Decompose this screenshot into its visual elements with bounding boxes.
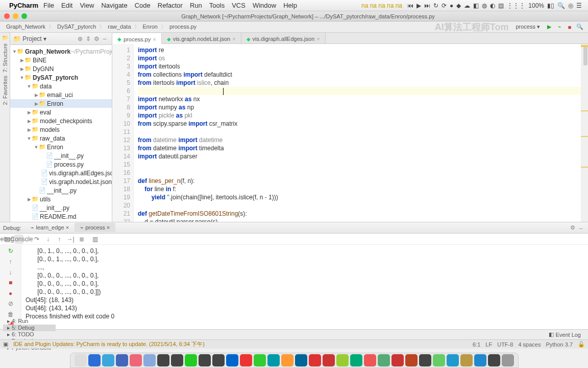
stop-button-icon[interactable]: ■	[566, 23, 574, 31]
editor-tab[interactable]: ◆vis.graph.nodeList.json×	[162, 33, 241, 43]
dock-app-13[interactable]	[254, 354, 266, 366]
tree-file[interactable]: 📄process.py	[10, 160, 112, 169]
spotlight-icon[interactable]: 🔍	[557, 2, 565, 9]
dock-app-0[interactable]	[75, 354, 87, 366]
tree-folder[interactable]: ▶📁DyGNN	[10, 64, 112, 73]
status-square-icon[interactable]: ▣	[3, 341, 8, 348]
dock-app-28[interactable]	[460, 354, 473, 366]
locate-icon[interactable]: ⊕	[76, 35, 84, 42]
step-over-icon[interactable]: ↷	[32, 235, 41, 244]
app-name[interactable]: PyCharm	[9, 2, 38, 9]
dock-app-22[interactable]	[378, 354, 390, 366]
menu-navigate[interactable]: Navigate	[101, 2, 127, 9]
tree-twisty-icon[interactable]: ▼	[19, 75, 24, 80]
breadcrumb-item[interactable]: process.py	[166, 24, 200, 30]
play-icon[interactable]: ▶	[416, 2, 421, 9]
control-center-icon[interactable]: ☰	[576, 2, 582, 9]
debug-run-tab[interactable]: ⌁ process ×	[75, 223, 115, 232]
tree-file[interactable]: 📄vis.digraph.allEdges.json	[10, 169, 112, 177]
menu-refactor[interactable]: Refactor	[158, 2, 183, 9]
dock-app-3[interactable]	[116, 354, 128, 366]
window-zoom-button[interactable]	[21, 13, 27, 19]
caret-position[interactable]: 6:1	[473, 341, 480, 348]
dock-app-19[interactable]	[336, 354, 349, 366]
bottom-tool-5-debug[interactable]: ▸ 5: Debug	[3, 325, 56, 331]
tree-file[interactable]: 📄__init__.py	[10, 151, 112, 160]
window-close-button[interactable]	[4, 13, 10, 19]
menu-edit[interactable]: Edit	[61, 2, 72, 9]
project-tree[interactable]: ▼📁Graph_Network ~/PycharmProjects/Gr▶📁Bi…	[10, 45, 112, 222]
run-to-cursor-icon[interactable]: →|	[66, 235, 75, 244]
indent-setting[interactable]: 4 spaces	[518, 341, 541, 348]
tree-twisty-icon[interactable]: ▶	[19, 58, 24, 63]
prev-track-icon[interactable]: ⏮	[407, 2, 413, 9]
menu-window[interactable]: Window	[253, 2, 276, 9]
menu-view[interactable]: View	[80, 2, 94, 9]
tree-twisty-icon[interactable]: ▼	[27, 136, 32, 141]
dock-app-8[interactable]	[185, 354, 197, 366]
tree-folder[interactable]: ▶📁Enron	[10, 99, 112, 108]
dock-app-30[interactable]	[488, 354, 500, 366]
debug-button-icon[interactable]: ⌁	[555, 23, 564, 31]
debug-settings-icon[interactable]: ⚙	[569, 224, 577, 231]
stop-icon[interactable]: ■	[6, 279, 16, 287]
dock-app-5[interactable]	[143, 354, 156, 366]
settings-icon[interactable]: ⚙	[92, 35, 101, 42]
dock-app-25[interactable]	[419, 354, 431, 366]
tree-twisty-icon[interactable]: ▼	[12, 49, 17, 54]
debug-hide-icon[interactable]: –	[577, 225, 585, 231]
structure-tool-toggle[interactable]: 7: Structure	[2, 43, 8, 73]
dock-app-9[interactable]	[199, 354, 211, 366]
tree-twisty-icon[interactable]: ▶	[34, 101, 39, 106]
tree-folder[interactable]: ▼📁Enron	[10, 143, 112, 151]
console-output[interactable]: [0., 1., 0., ..., 0., 0., 0.], [0., 0., …	[21, 245, 588, 329]
tree-folder[interactable]: ▼📁Graph_Network ~/PycharmProjects/Gr	[10, 47, 112, 56]
menu-help[interactable]: Help	[283, 2, 297, 9]
menu-vcs[interactable]: VCS	[232, 2, 246, 9]
tree-folder[interactable]: ▶📁BiNE	[10, 56, 112, 64]
run-button-icon[interactable]: ▶	[545, 23, 553, 31]
line-ending[interactable]: LF	[485, 341, 492, 348]
wifi-icon[interactable]: ⋮⋮⋮	[507, 2, 525, 9]
rerun-icon[interactable]: ↻	[6, 247, 16, 256]
tree-file[interactable]: 📄__init__.py	[10, 203, 112, 212]
step-out-icon[interactable]: ↑	[55, 235, 64, 244]
tree-folder[interactable]: ▶📁eval	[10, 108, 112, 117]
evaluate-icon[interactable]: ≣	[77, 235, 86, 244]
dock-app-18[interactable]	[323, 354, 335, 366]
dock-app-6[interactable]	[157, 354, 169, 366]
breadcrumb-item[interactable]: raw_data	[105, 24, 134, 30]
mute-breakpoints-icon[interactable]: ⊘	[6, 300, 16, 308]
dock-app-15[interactable]	[281, 354, 293, 366]
breadcrumb-item[interactable]: DySAT_pytorch	[54, 24, 99, 30]
tree-twisty-icon[interactable]: ▶	[27, 127, 32, 132]
menu-file[interactable]: File	[43, 2, 54, 9]
tree-twisty-icon[interactable]: ▼	[34, 145, 39, 150]
repeat-icon[interactable]: ↻	[433, 2, 438, 9]
breadcrumb-item[interactable]: Graph_Network	[3, 24, 48, 30]
view-breakpoints-icon[interactable]: ●	[6, 289, 16, 298]
tree-twisty-icon[interactable]: ▶	[34, 93, 39, 98]
menu-run[interactable]: Run	[190, 2, 202, 9]
dock-app-26[interactable]	[433, 354, 445, 366]
trash-icon[interactable]: 🗑	[6, 310, 16, 319]
dock-app-17[interactable]	[309, 354, 321, 366]
readonly-lock-icon[interactable]: 🔓	[578, 341, 585, 348]
editor-tab[interactable]: ◆vis.digraph.allEdges.json×	[241, 33, 326, 43]
project-tool-toggle[interactable]: 📁	[2, 35, 8, 40]
dock-app-2[interactable]	[102, 354, 114, 366]
dock-app-24[interactable]	[405, 354, 418, 366]
dock-app-16[interactable]	[295, 354, 307, 366]
tree-file[interactable]: 📄vis.graph.nodeList.json	[10, 177, 112, 186]
resume-icon[interactable]: ↑	[6, 258, 16, 266]
breadcrumb-item[interactable]: Enron	[140, 24, 161, 30]
tree-file[interactable]: 📄README.md	[10, 212, 112, 221]
event-log-button[interactable]: ◧ Event Log	[545, 331, 585, 338]
bottom-tool-6-todo[interactable]: ▸ 6: TODO	[3, 331, 56, 338]
pause-down-icon[interactable]: ↓	[6, 268, 16, 277]
dock-app-11[interactable]	[226, 354, 238, 366]
tree-folder[interactable]: ▶📁models	[10, 125, 112, 134]
tree-folder[interactable]: ▼📁DySAT_pytorch	[10, 73, 112, 82]
bottom-tool-4-run[interactable]: ▸ 4: Run	[3, 318, 56, 325]
dock-app-10[interactable]	[212, 354, 225, 366]
